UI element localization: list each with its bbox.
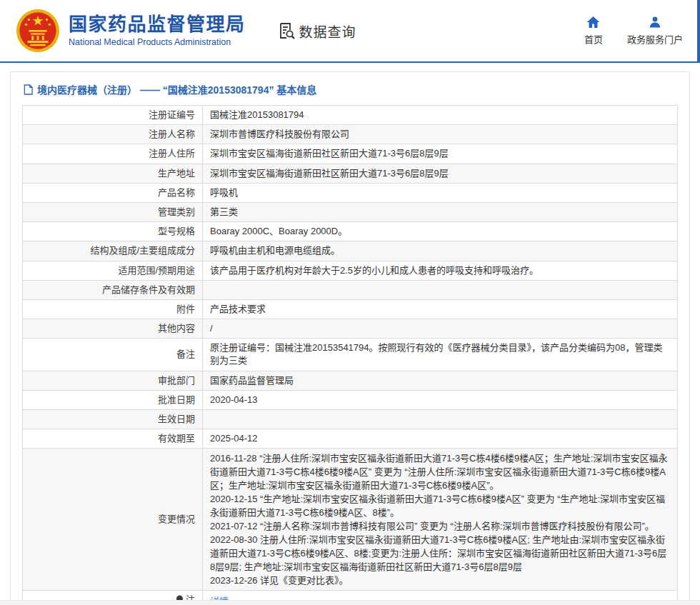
site-title-cn: 国家药品监督管理局 [69, 14, 246, 36]
table-row: 适用范围/预期用途 该产品用于医疗机构对年龄大于2.5岁的小儿和成人患者的呼吸支… [23, 261, 678, 280]
nav-home-label: 首页 [584, 32, 603, 46]
changes-paragraphs: 2016-11-28 “注册人住所:深圳市宝安区福永街道新田大道71-3号C栋4… [203, 449, 678, 591]
table-row: 注册人名称 深圳市普博医疗科技股份有限公司 [23, 125, 678, 144]
change-paragraph: 2016-11-28 “注册人住所:深圳市宝安区福永街道新田大道71-3号C栋4… [210, 451, 670, 492]
row-value: 产品技术要求 [203, 299, 678, 319]
row-label: 其他内容 [23, 319, 203, 339]
row-value: 2020-04-13 [203, 390, 678, 409]
table-row: 结构及组成/主要组成成分 呼吸机由主机和电源电缆组成。 [23, 241, 678, 261]
nav-portal-label: 政务服务门户 [627, 32, 683, 46]
page-footer-strip [0, 600, 700, 605]
table-row: 生产地址 深圳市宝安区福海街道新田社区新田大道71-3号6层8层9层 [23, 164, 678, 183]
row-value: Boaray 2000C、Boaray 2000D。 [203, 222, 678, 241]
row-label: 生产地址 [23, 164, 203, 183]
header-edge-accent [697, 0, 700, 63]
row-label: 备注 [23, 339, 203, 371]
row-value: 呼吸机由主机和电源电缆组成。 [203, 241, 678, 261]
table-row: 附件 产品技术要求 [23, 299, 678, 319]
national-emblem-icon [16, 9, 60, 53]
row-value: 深圳市普博医疗科技股份有限公司 [203, 125, 678, 144]
nmpa-logo[interactable]: 国家药品监督管理局 National Medical Products Admi… [16, 9, 246, 53]
document-search-icon [277, 21, 296, 40]
changes-row: 变更情况 2016-11-28 “注册人住所:深圳市宝安区福永街道新田大道71-… [23, 449, 678, 591]
change-paragraph: 2021-07-12 “注册人名称:深圳市普博科技有限公司” 变更为 “注册人名… [210, 519, 670, 533]
table-row: 管理类别 第三类 [23, 202, 678, 221]
home-icon [586, 16, 600, 29]
row-label: 有效期至 [23, 429, 203, 449]
row-label: 产品名称 [23, 183, 203, 202]
site-title-block: 国家药品监督管理局 National Medical Products Admi… [69, 14, 246, 48]
row-value: 深圳市宝安区福海街道新田社区新田大道71-3号6层8层9层 [203, 144, 678, 164]
row-value [203, 280, 678, 299]
table-row: 批准日期 2020-04-13 [23, 390, 678, 409]
row-label: 批准日期 [23, 390, 203, 409]
row-label: 变更情况 [23, 449, 203, 591]
row-value: 国械注准20153081794 [203, 106, 678, 125]
document-icon [24, 84, 33, 95]
row-value: 2025-04-12 [203, 429, 678, 449]
table-row: 其他内容 / [23, 319, 678, 339]
table-row: 产品名称 呼吸机 [23, 183, 678, 202]
row-value: 深圳市宝安区福海街道新田社区新田大道71-3号6层8层9层 [203, 164, 678, 183]
content-card: 境内医疗器械（注册） —— “国械注准20153081794” 基本信息 注册证… [10, 71, 690, 605]
row-label: 结构及组成/主要组成成分 [23, 241, 203, 261]
breadcrumb: 境内医疗器械（注册） —— “国械注准20153081794” 基本信息 [22, 79, 678, 105]
table-row: 有效期至 2025-04-12 [23, 429, 678, 449]
row-value: 呼吸机 [203, 183, 678, 202]
table-row: 型号规格 Boaray 2000C、Boaray 2000D。 [23, 222, 678, 241]
info-table-body: 注册证编号 国械注准20153081794 注册人名称 深圳市普博医疗科技股份有… [23, 106, 678, 605]
data-query-label: 数据查询 [299, 21, 356, 41]
table-row: 注册证编号 国械注准20153081794 [23, 106, 678, 125]
row-label: 型号规格 [23, 222, 203, 241]
table-row: 审批部门 国家药品监督管理局 [23, 371, 678, 390]
change-paragraph: 2022-08-30 注册人住所:深圳市宝安区福永街道新田大道71-3号C栋6楼… [210, 533, 670, 574]
row-value: / [203, 319, 678, 339]
table-row: 生效日期 [23, 410, 678, 429]
site-header: 国家药品监督管理局 National Medical Products Admi… [0, 0, 700, 63]
change-paragraph: 2023-12-26 详见《变更对比表》。 [210, 574, 670, 587]
row-label: 产品储存条件及有效期 [23, 280, 203, 299]
row-label: 附件 [23, 299, 203, 319]
table-row: 注册人住所 深圳市宝安区福海街道新田社区新田大道71-3号6层8层9层 [23, 144, 678, 164]
nav-item-home[interactable]: 首页 [584, 16, 603, 46]
table-row: 产品储存条件及有效期 [23, 280, 678, 299]
person-icon [649, 16, 661, 29]
row-label: 审批部门 [23, 371, 203, 390]
row-value [203, 410, 678, 429]
site-title-en: National Medical Products Administration [69, 37, 246, 47]
table-row: 备注 原注册证编号：国械注准20153541794。按照现行有效的《医疗器械分类… [23, 339, 678, 371]
row-label: 注册人名称 [23, 125, 203, 144]
page-title: 境内医疗器械（注册） —— “国械注准20153081794” 基本信息 [37, 82, 316, 96]
row-label: 注册人住所 [23, 144, 203, 164]
registration-info-table: 注册证编号 国械注准20153081794 注册人名称 深圳市普博医疗科技股份有… [22, 105, 678, 605]
nav-data-query[interactable]: 数据查询 [277, 21, 356, 41]
nav-item-gov-portal[interactable]: 政务服务门户 [627, 16, 683, 46]
header-nav: 首页 政务服务门户 [584, 16, 700, 46]
row-value: 原注册证编号：国械注准20153541794。按照现行有效的《医疗器械分类目录》… [203, 339, 678, 371]
row-label: 适用范围/预期用途 [23, 261, 203, 280]
row-value: 该产品用于医疗机构对年龄大于2.5岁的小儿和成人患者的呼吸支持和呼吸治疗。 [203, 261, 678, 280]
row-value: 国家药品监督管理局 [203, 371, 678, 390]
row-label: 注册证编号 [23, 106, 203, 125]
change-paragraph: 2020-12-15 “生产地址:深圳市宝安区福永街道新田大道71-3号C栋6楼… [210, 492, 670, 519]
row-value: 第三类 [203, 202, 678, 221]
row-label: 生效日期 [23, 410, 203, 429]
row-label: 管理类别 [23, 202, 203, 221]
